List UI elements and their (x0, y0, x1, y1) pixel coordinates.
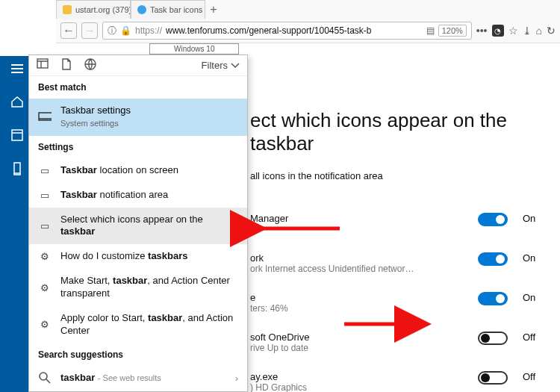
icon-option-row: ay.exe) HD GraphicsOff (250, 362, 551, 392)
result-subtitle: System settings (60, 119, 119, 128)
result-text: Apply color to Start, taskbar, and Actio… (60, 312, 238, 337)
toggle-state: On (523, 252, 544, 264)
result-text: Select which icons appear on the taskbar (60, 214, 238, 239)
url-input[interactable]: ⓘ 🔒 https://www.tenforums.com/general-su… (102, 22, 472, 40)
option-desc: % (250, 224, 422, 234)
toggle-state: Off (523, 332, 544, 343)
page-title: ect which icons appear on the taskbar (250, 109, 551, 155)
result-notification-area[interactable]: ▭ Taskbar notification area (29, 183, 247, 208)
display-icon (38, 112, 52, 122)
result-text: Taskbar notification area (60, 189, 238, 202)
home-icon[interactable]: ⌂ (536, 25, 542, 37)
settings-label: Settings (29, 136, 247, 158)
toggle-state: On (523, 213, 544, 224)
icon-option-row: eters: 46%On (250, 283, 551, 323)
reader-icon[interactable]: ▤ (426, 25, 435, 36)
option-name: Manager (250, 213, 463, 224)
url-scheme: https:// (135, 25, 162, 36)
toggle-switch[interactable] (478, 213, 508, 226)
option-desc: ) HD Graphics (250, 382, 422, 392)
search-panel: Filters Best match Taskbar settings Syst… (28, 55, 248, 392)
result-taskbar-settings[interactable]: Taskbar settings System settings (29, 99, 247, 136)
lock-icon: 🔒 (120, 25, 131, 36)
svg-rect-0 (12, 130, 22, 140)
toggle-switch[interactable] (478, 252, 508, 266)
devices-icon[interactable] (12, 162, 22, 178)
toggle-state: Off (523, 371, 544, 382)
result-taskbar-location[interactable]: ▭ Taskbar location on screen (29, 158, 247, 183)
bookmark-icon[interactable]: ☆ (508, 25, 518, 37)
os-label: Windows 10 (149, 43, 239, 55)
icon-option-row: soft OneDriverive Up to dateOff (250, 323, 551, 362)
zoom-level[interactable]: 120% (438, 25, 467, 37)
result-text: Taskbar location on screen (60, 164, 238, 177)
apps-filter-icon[interactable] (37, 58, 49, 72)
settings-page: ect which icons appear on the taskbar al… (250, 75, 551, 392)
option-desc: ters: 46% (250, 303, 422, 314)
suggestion-text: taskbar - See web results (60, 372, 226, 385)
more-icon[interactable]: ••• (476, 25, 488, 37)
result-customize-taskbars[interactable]: ⚙ How do I customize taskbars (29, 244, 247, 269)
option-desc: rive Up to date (250, 343, 422, 353)
option-name: ay.exe (250, 371, 463, 382)
tab-title: ustart.org (379) – Your custom… (75, 5, 131, 14)
tab-2[interactable]: Task bar icons lower right Win… × (131, 0, 205, 19)
toggle-switch[interactable] (478, 332, 508, 345)
chevron-down-icon (231, 63, 240, 69)
display-icon: ▭ (38, 220, 52, 231)
result-transparent[interactable]: ⚙ Make Start, taskbar, and Action Center… (29, 269, 247, 306)
url-text: www.tenforums.com/general-support/100455… (166, 25, 371, 36)
apps-icon[interactable] (11, 129, 23, 144)
browser-chrome: ustart.org (379) – Your custom… × Task b… (56, 0, 560, 43)
best-match-label: Best match (29, 76, 247, 99)
address-bar: ← → ⓘ 🔒 https://www.tenforums.com/genera… (56, 19, 560, 42)
new-tab-button[interactable]: + (205, 0, 222, 19)
toggle-switch[interactable] (478, 292, 508, 305)
display-icon: ▭ (38, 165, 52, 176)
display-icon: ▭ (38, 190, 52, 201)
forward-button[interactable]: → (81, 22, 98, 39)
icon-option-row: Manager%On (250, 204, 551, 243)
download-icon[interactable]: ⤓ (523, 25, 532, 37)
result-apply-color[interactable]: ⚙ Apply color to Start, taskbar, and Act… (29, 306, 247, 343)
svg-rect-2 (37, 59, 48, 68)
option-desc: ork Internet access Unidentified networ… (250, 264, 422, 274)
suggestion-taskbar[interactable]: taskbar - See web results › (29, 366, 247, 391)
page-lead: all icons in the notification area (250, 170, 551, 181)
result-text: How do I customize taskbars (60, 250, 238, 263)
gear-icon: ⚙ (38, 282, 52, 293)
chevron-right-icon: › (235, 373, 238, 384)
tab-strip: ustart.org (379) – Your custom… × Task b… (56, 0, 560, 19)
favicon (63, 5, 72, 14)
tab-1[interactable]: ustart.org (379) – Your custom… × (56, 0, 131, 19)
option-name: soft OneDrive (250, 332, 463, 343)
toggle-state: On (523, 292, 544, 303)
suggestions-label: Search suggestions (29, 343, 247, 366)
gear-icon: ⚙ (38, 251, 52, 262)
search-icon (38, 372, 52, 384)
svg-point-5 (40, 373, 47, 380)
web-filter-icon[interactable] (84, 58, 96, 72)
icon-option-row: orkork Internet access Unidentified netw… (250, 243, 551, 283)
back-button[interactable]: ← (60, 22, 77, 39)
pocket-icon[interactable]: ◔ (492, 25, 504, 37)
result-title: Taskbar settings (60, 105, 131, 116)
reload-icon[interactable]: ↻ (547, 25, 556, 37)
svg-rect-1 (14, 163, 20, 173)
info-icon[interactable]: ⓘ (108, 25, 116, 37)
filters-dropdown[interactable]: Filters (202, 60, 240, 71)
filters-label: Filters (202, 60, 228, 71)
tab-title: Task bar icons lower right Win… (150, 5, 205, 14)
toggle-switch[interactable] (478, 371, 508, 385)
docs-filter-icon[interactable] (62, 58, 71, 72)
favicon (137, 5, 146, 14)
home-icon[interactable] (10, 95, 24, 111)
search-header: Filters (29, 55, 247, 76)
gear-icon: ⚙ (38, 319, 52, 330)
option-name: e (250, 292, 463, 303)
result-select-icons[interactable]: ▭ Select which icons appear on the taskb… (29, 208, 247, 245)
menu-icon[interactable] (10, 63, 24, 77)
option-name: ork (250, 252, 463, 264)
result-text: Make Start, taskbar, and Action Center t… (60, 275, 238, 300)
